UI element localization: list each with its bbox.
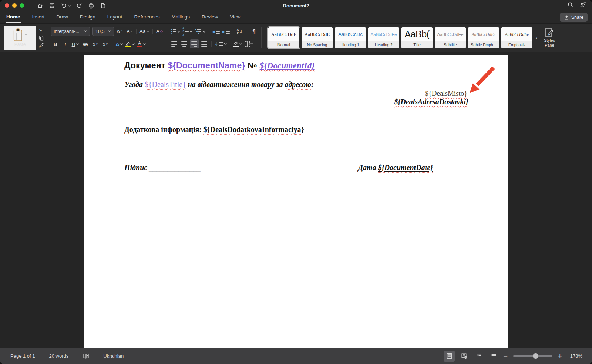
style-no-spacing[interactable]: AaBbCcDdE No Spacing [302,27,333,48]
increase-indent-button[interactable]: ▶ [221,27,231,36]
copy-button[interactable] [37,34,45,41]
subscript-button[interactable]: x2 [91,40,100,49]
style-emphasis[interactable]: AaBbCcDdEe Emphasis [501,27,532,48]
print-layout-icon [446,353,453,359]
zoom-level[interactable]: 178% [566,353,582,359]
spellcheck-icon [83,353,89,359]
search-icon[interactable] [567,1,574,10]
spellcheck-status-button[interactable] [83,353,89,359]
bullets-button[interactable] [170,27,181,36]
zoom-slider-thumb[interactable] [533,353,538,359]
titlebar: … Document2 [0,0,592,11]
decrease-indent-button[interactable]: ◀ [211,27,221,36]
show-paragraph-marks-button[interactable]: ¶ [249,27,259,36]
font-size-combobox[interactable]: 10,5 [92,27,114,36]
contacts-feedback-icon[interactable] [580,1,587,10]
style-subtle-emphasis[interactable]: AaBbCcDdEe Subtle Emph... [468,27,499,48]
style-heading-2[interactable]: AaBbCcDdEe Heading 2 [368,27,399,48]
strikethrough-button[interactable]: ab [81,40,90,49]
web-layout-view-button[interactable] [458,351,470,362]
justify-icon [201,41,207,47]
heading-text: Документ [124,61,168,70]
outline-view-button[interactable] [473,351,484,362]
align-right-icon [191,41,197,47]
tab-view[interactable]: View [229,11,241,23]
underline-button[interactable]: U [71,40,80,49]
doc-signature-line[interactable]: Підпис ______________ Дата ${DocumentDat… [124,164,468,172]
superscript-button[interactable]: x2 [101,40,110,49]
signature-blank: ______________ [149,164,201,172]
tab-design[interactable]: Design [80,11,96,23]
grow-font-button[interactable]: A^ [115,27,124,36]
tab-references[interactable]: References [134,11,160,23]
draft-view-button[interactable] [488,351,499,362]
style-normal[interactable]: AaBbCcDdE Normal [268,27,299,48]
highlight-button[interactable] [125,40,135,49]
tab-insert[interactable]: Insert [32,11,45,23]
tab-draw[interactable]: Draw [56,11,68,23]
page-count-status[interactable]: Page 1 of 1 [10,353,35,359]
text-cursor [468,90,469,97]
change-case-chevron-icon [147,30,149,32]
style-title[interactable]: AaBb( Title [401,27,433,48]
multilevel-list-icon [195,29,202,35]
font-name-value: Inter;sans-... [54,29,79,34]
line-spacing-button[interactable]: ↕ [214,39,228,48]
styles-pane-button[interactable]: Styles Pane [540,26,559,50]
doc-heading-line[interactable]: Документ ${DocumentName} № ${DocumentId} [124,61,468,71]
paste-button[interactable]: Paste [4,26,36,50]
signature-left: Підпис ______________ [124,164,201,172]
font-name-combobox[interactable]: Inter;sans-... [51,27,90,36]
placeholder-deals-misto: ${DealsMisto} [425,90,467,97]
multilevel-chevron-icon [203,31,206,33]
doc-adresa-line[interactable]: ${DealsAdresaDostavki} [124,98,468,106]
more-styles-button[interactable]: › [535,34,538,41]
tab-home[interactable]: Home [6,11,21,23]
multilevel-list-button[interactable] [194,27,206,36]
zoom-out-button[interactable]: − [503,353,508,360]
language-status[interactable]: Ukrainian [103,353,124,359]
decrease-indent-icon: ◀ [212,30,220,34]
align-left-button[interactable] [170,39,179,48]
clear-formatting-button[interactable]: A◇ [155,27,164,36]
style-heading-1[interactable]: AaBbCcDc Heading 1 [335,27,366,48]
font-color-button[interactable]: A [136,40,147,49]
sort-icon: AZ↓ [237,28,243,35]
zoom-slider[interactable] [513,355,552,357]
doc-dodatkova-line[interactable]: Додаткова інформація: ${DealsDodatkovaIn… [124,125,468,134]
format-painter-button[interactable] [37,41,45,49]
numbering-button[interactable]: 1 2 3 [182,27,194,36]
italic-button[interactable]: I [61,40,70,49]
share-button[interactable]: Share [560,13,588,22]
doc-ugoda-line[interactable]: Угода ${DealsTitle} на відвантаження тов… [124,80,468,89]
shading-button[interactable] [232,39,243,48]
placeholder-document-date: ${DocumentDate} [378,164,433,172]
align-right-button[interactable] [190,39,199,48]
bold-button[interactable]: B [51,40,60,49]
borders-button[interactable] [244,39,254,48]
font-color-chevron-icon [143,43,146,45]
text-effects-chevron-icon [120,43,123,45]
doc-misto-line[interactable]: ${DealsMisto} [124,90,468,98]
copy-icon [38,35,44,41]
outline-view-icon [476,353,482,359]
print-layout-view-button[interactable] [444,351,455,362]
shrink-font-button[interactable]: Av [125,27,134,36]
align-left-icon [171,41,177,47]
word-count-status[interactable]: 20 words [49,353,69,359]
document-page[interactable]: Документ ${DocumentName} № ${DocumentId}… [84,55,508,348]
justify-button[interactable] [200,39,209,48]
cut-button[interactable]: ✂ [37,27,45,34]
sort-button[interactable]: AZ↓ [235,27,245,36]
borders-chevron-icon [250,43,253,45]
zoom-in-button[interactable]: + [558,353,562,360]
misspelled-word: адресою [285,80,311,88]
tab-layout[interactable]: Layout [107,11,123,23]
text-effects-button[interactable]: A [115,40,124,49]
change-case-button[interactable]: Aa [139,27,150,36]
align-center-button[interactable] [180,39,189,48]
style-subtitle[interactable]: AaBbCcDdEe Subtitle [435,27,466,48]
tab-mailings[interactable]: Mailings [171,11,190,23]
tab-review[interactable]: Review [201,11,218,23]
numbering-icon: 1 2 3 [182,27,189,36]
